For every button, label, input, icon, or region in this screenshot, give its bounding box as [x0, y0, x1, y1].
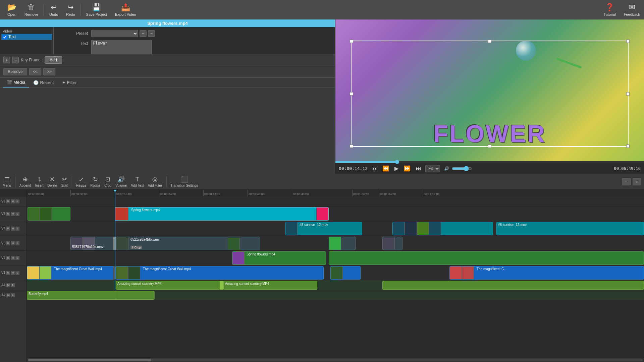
add-text-button[interactable]: T Add Text [131, 176, 144, 187]
v2-mute[interactable]: M [6, 256, 10, 260]
volume-slider[interactable] [452, 166, 472, 171]
v6-hide[interactable]: H [11, 199, 15, 203]
crop-button[interactable]: ⊡ Crop [104, 176, 112, 187]
v1-clip-1[interactable]: The magnificent Great Wall.mp4 [27, 266, 114, 280]
preset-remove-button[interactable]: − [148, 30, 155, 37]
append-button[interactable]: ⊕ Append [19, 176, 31, 187]
zoom-in-button[interactable]: + [633, 178, 641, 185]
v5-hide[interactable]: H [11, 212, 15, 216]
v5-clip-main[interactable]: Spring flowers.mp4 [115, 207, 329, 221]
step-forward-button[interactable]: ⏩ [402, 165, 412, 172]
feedback-button[interactable]: ✉ Feedback [620, 2, 644, 18]
undo-button[interactable]: ↩ Undo [45, 2, 62, 18]
scrollbar-track[interactable] [28, 359, 643, 361]
v3-mute[interactable]: M [6, 241, 10, 245]
v4-clip-ext[interactable]: #8 sunrise -12.mov [496, 222, 644, 235]
add-filter-button[interactable]: ◎ Add Filter [148, 176, 162, 187]
handle-mid-left[interactable] [350, 92, 353, 96]
preset-select[interactable] [91, 30, 138, 37]
v6-lock[interactable]: L [15, 199, 19, 203]
v2-hide[interactable]: H [11, 256, 15, 260]
handle-bottom-mid[interactable] [488, 144, 491, 148]
v1-transition [113, 266, 116, 280]
v3-clip-2[interactable]: 6521ce8a4bfb.wmv 1 Crop [116, 237, 260, 250]
export-video-button[interactable]: 📤 Export Video [111, 2, 140, 18]
tutorial-button[interactable]: ❓ Tutorial [599, 2, 620, 18]
v3-clip-4[interactable] [382, 237, 402, 250]
redo-button[interactable]: ↪ Redo [62, 2, 79, 18]
text-layer-item[interactable]: Text [1, 34, 52, 40]
split-button[interactable]: ✂ Split [61, 176, 67, 187]
handle-top-right[interactable] [626, 40, 630, 43]
upper-section: Spring flowers.mp4 Video Text Preset [0, 19, 644, 174]
a1-clip-1[interactable]: Amazing sunset scenery.MP4 [116, 281, 220, 290]
a1-clip-ext[interactable] [382, 281, 644, 290]
handle-mid-right[interactable] [626, 92, 630, 96]
v3-lock[interactable]: L [15, 241, 19, 245]
v2-lock[interactable]: L [15, 256, 19, 260]
v4-lock[interactable]: L [15, 227, 19, 231]
v5-clip-left[interactable] [28, 207, 70, 221]
tab-recent[interactable]: 🕐 Recent [29, 78, 58, 87]
v1-clip-2[interactable]: The magnificent Great Wall.mp4 [116, 266, 324, 280]
handle-bottom-left[interactable] [350, 144, 353, 148]
tab-media[interactable]: 🎬 Media [3, 78, 29, 87]
keyframe-add-small-button[interactable]: + [3, 57, 10, 63]
selection-box[interactable] [351, 41, 629, 147]
zoom-out-button[interactable]: − [622, 178, 631, 185]
v3-hide[interactable]: H [11, 241, 15, 245]
keyframe-remove-small-button[interactable]: − [12, 57, 19, 63]
insert-button[interactable]: ⤵ Insert [35, 176, 44, 187]
a2-lock[interactable]: L [11, 293, 15, 297]
v1-clip-right[interactable]: The magnificent G... [449, 266, 644, 280]
step-back-button[interactable]: ⏪ [381, 165, 390, 172]
v4-clip-2[interactable] [392, 222, 493, 235]
v6-mute[interactable]: M [6, 199, 10, 203]
v2-ext[interactable] [329, 251, 644, 265]
play-button[interactable]: ▶ [393, 165, 400, 172]
a1-clip-2[interactable]: Amazing sunset scenery.MP4 [223, 281, 317, 290]
nav-prev-button[interactable]: << [29, 68, 41, 75]
a2-clip-2[interactable] [116, 291, 155, 300]
text-input[interactable]: Flower [91, 40, 152, 54]
v5-lock[interactable]: L [15, 212, 19, 216]
preview-progress-bar[interactable] [335, 161, 644, 163]
v2-clip-main[interactable]: Spring flowers.mp4 [232, 251, 326, 265]
v1-clip-3[interactable] [330, 266, 361, 280]
v5-mute[interactable]: M [6, 212, 10, 216]
volume-button[interactable]: 🔊 Volume [116, 176, 127, 187]
open-button[interactable]: 📂 Open [3, 2, 20, 18]
delete-button[interactable]: ✕ Delete [48, 176, 57, 187]
menu-button[interactable]: ☰ Menu [3, 176, 11, 187]
rewind-button[interactable]: ⏮ [370, 165, 378, 172]
v4-mute[interactable]: M [6, 227, 10, 231]
resize-button[interactable]: ⤢ Resize [76, 176, 87, 187]
handle-top-left[interactable] [350, 40, 353, 43]
text-layer-checkbox[interactable] [3, 35, 7, 39]
tab-filter[interactable]: ✦ Filter [58, 78, 81, 87]
remove-filter-button[interactable]: Remove [3, 68, 27, 75]
a1-lock[interactable]: L [11, 283, 15, 287]
v1-hide[interactable]: H [11, 271, 15, 275]
track-row-a2: Butterfly.mp4 [27, 290, 644, 300]
scrollbar-thumb[interactable] [28, 359, 151, 361]
preset-add-button[interactable]: + [140, 30, 147, 37]
fast-forward-button[interactable]: ⏭ [415, 165, 423, 172]
v4-clip-1[interactable]: #8 sunrise -12.mov [285, 222, 362, 235]
save-project-button[interactable]: 💾 Save Project [82, 2, 111, 18]
v3-clip-3[interactable] [329, 237, 356, 250]
transition-settings-button[interactable]: ⬛ Transition Settings [171, 176, 198, 187]
a1-mute[interactable]: M [6, 283, 10, 287]
rotate-button[interactable]: ↻ Rotate [90, 176, 100, 187]
handle-top-mid[interactable] [488, 40, 491, 43]
v1-lock[interactable]: L [15, 271, 19, 275]
v4-hide[interactable]: H [11, 227, 15, 231]
remove-button[interactable]: 🗑 Remove [20, 2, 42, 18]
a2-mute[interactable]: M [6, 293, 10, 297]
keyframe-add-button[interactable]: Add [45, 56, 62, 64]
handle-bottom-right[interactable] [626, 144, 630, 148]
nav-next-button[interactable]: >> [43, 68, 55, 75]
v3-clip-1[interactable]: 535171978a19c.mov [70, 237, 114, 250]
fit-select[interactable]: Fit [425, 165, 440, 172]
v1-mute[interactable]: M [6, 271, 10, 275]
